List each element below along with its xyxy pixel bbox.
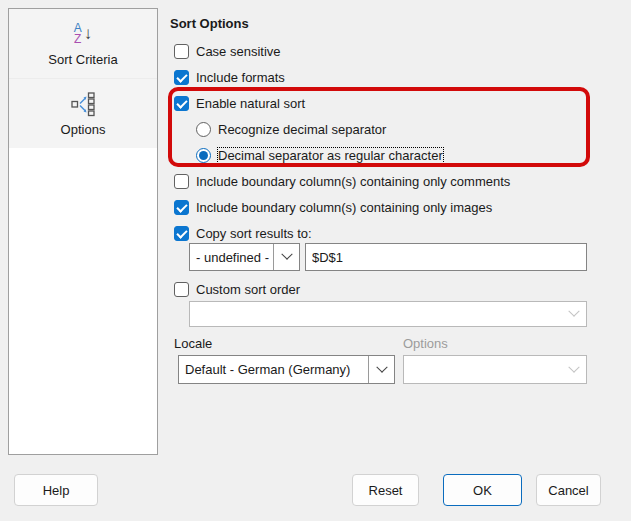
ok-button[interactable]: OK: [443, 474, 522, 506]
cancel-button[interactable]: Cancel: [536, 474, 601, 506]
radio-circle: [196, 148, 211, 163]
options-combobox: [403, 355, 587, 384]
chevron-down-icon[interactable]: [273, 244, 299, 270]
copy-target-input[interactable]: [305, 243, 587, 271]
page-title: Sort Options: [170, 16, 249, 31]
chevron-down-icon: [561, 302, 586, 326]
copy-target-combobox[interactable]: - undefined -: [189, 243, 300, 271]
checkbox-label: Case sensitive: [196, 44, 281, 59]
options-hierarchy-icon: [70, 90, 96, 118]
reset-button[interactable]: Reset: [352, 474, 419, 506]
sidebar-item-label: Options: [61, 122, 106, 137]
checkbox-custom-sort-order[interactable]: Custom sort order: [174, 281, 300, 297]
checkbox-box: [174, 226, 189, 241]
checkbox-case-sensitive[interactable]: Case sensitive: [174, 43, 281, 59]
radio-decimal-separator-regular[interactable]: Decimal separator as regular character: [196, 147, 443, 163]
checkbox-label: Custom sort order: [196, 282, 300, 297]
checkbox-box: [174, 174, 189, 189]
checkbox-box: [174, 200, 189, 215]
checkbox-label: Include formats: [196, 70, 285, 85]
chevron-down-icon: [561, 356, 586, 383]
sidebar-item-sort-criteria[interactable]: AZ ↓ Sort Criteria: [9, 9, 157, 78]
custom-sort-order-combobox: [189, 301, 587, 327]
radio-recognize-decimal-separator[interactable]: Recognize decimal separator: [196, 121, 386, 137]
sidebar-item-label: Sort Criteria: [48, 52, 117, 67]
checkbox-box: [174, 70, 189, 85]
help-button[interactable]: Help: [14, 474, 98, 506]
locale-label: Locale: [174, 336, 212, 351]
chevron-down-icon[interactable]: [368, 356, 394, 383]
checkbox-boundary-comments[interactable]: Include boundary column(s) containing on…: [174, 173, 510, 189]
checkbox-boundary-images[interactable]: Include boundary column(s) containing on…: [174, 199, 492, 215]
checkbox-label: Enable natural sort: [196, 96, 305, 111]
checkbox-label: Copy sort results to:: [196, 226, 312, 241]
radio-label: Recognize decimal separator: [218, 122, 386, 137]
checkbox-copy-sort-results[interactable]: Copy sort results to:: [174, 225, 312, 241]
checkbox-box: [174, 282, 189, 297]
category-sidebar: AZ ↓ Sort Criteria Options: [8, 8, 158, 455]
options-label: Options: [403, 336, 448, 351]
checkbox-box: [174, 96, 189, 111]
checkbox-include-formats[interactable]: Include formats: [174, 69, 285, 85]
checkbox-label: Include boundary column(s) containing on…: [196, 174, 510, 189]
radio-circle: [196, 122, 211, 137]
locale-combobox[interactable]: Default - German (Germany): [178, 355, 395, 384]
checkbox-enable-natural-sort[interactable]: Enable natural sort: [174, 95, 305, 111]
combobox-value: Default - German (Germany): [185, 362, 350, 377]
radio-label: Decimal separator as regular character: [218, 148, 443, 163]
checkbox-box: [174, 44, 189, 59]
checkbox-label: Include boundary column(s) containing on…: [196, 200, 492, 215]
combobox-value: - undefined -: [196, 250, 269, 265]
az-sort-icon: AZ ↓: [74, 20, 93, 48]
sidebar-item-options[interactable]: Options: [9, 78, 157, 148]
